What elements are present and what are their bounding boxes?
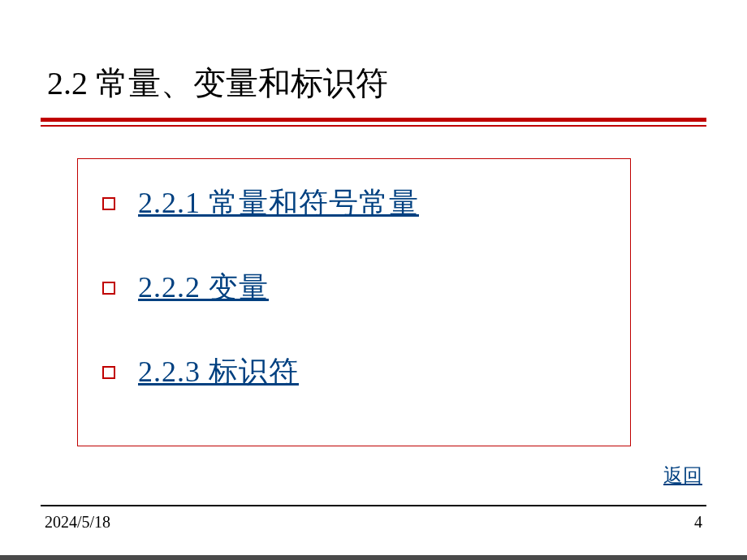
footer-divider bbox=[41, 505, 706, 506]
slide-title: 2.2 常量、变量和标识符 bbox=[47, 61, 700, 120]
slide: 2.2 常量、变量和标识符 2.2.1 常量和符号常量 2.2.2 变量 2.2… bbox=[0, 0, 747, 560]
title-underline-thin bbox=[41, 125, 706, 127]
content-box: 2.2.1 常量和符号常量 2.2.2 变量 2.2.3 标识符 bbox=[77, 158, 631, 446]
link-constants[interactable]: 2.2.1 常量和符号常量 bbox=[138, 183, 419, 223]
list-item: 2.2.3 标识符 bbox=[102, 352, 606, 392]
bottom-shadow bbox=[0, 555, 747, 560]
back-link[interactable]: 返回 bbox=[663, 463, 702, 489]
bullet-icon bbox=[102, 197, 115, 210]
footer-page-number: 4 bbox=[694, 513, 702, 532]
title-area: 2.2 常量、变量和标识符 bbox=[0, 0, 747, 120]
bullet-icon bbox=[102, 366, 115, 379]
link-identifiers[interactable]: 2.2.3 标识符 bbox=[138, 352, 299, 392]
list-item: 2.2.2 变量 bbox=[102, 268, 606, 308]
list-item: 2.2.1 常量和符号常量 bbox=[102, 183, 606, 223]
link-variables[interactable]: 2.2.2 变量 bbox=[138, 268, 269, 308]
footer-date: 2024/5/18 bbox=[45, 513, 110, 532]
title-underline-thick bbox=[41, 118, 706, 122]
bullet-icon bbox=[102, 282, 115, 295]
